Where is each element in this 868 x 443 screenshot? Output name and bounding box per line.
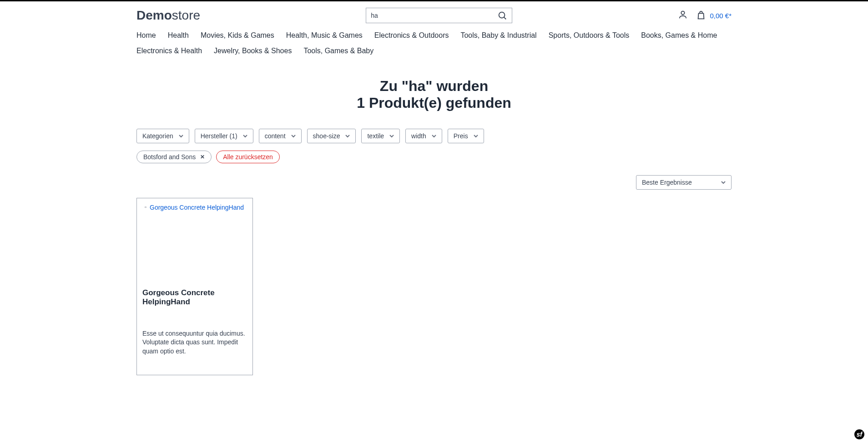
filter-button[interactable]: shoe-size xyxy=(307,129,356,143)
reset-filters-button[interactable]: Alle zurücksetzen xyxy=(216,151,280,163)
filter-button[interactable]: textile xyxy=(361,129,400,143)
nav-item: Tools, Baby & Industrial xyxy=(460,31,536,40)
nav-link[interactable]: Movies, Kids & Games xyxy=(201,31,274,39)
bag-icon xyxy=(696,10,706,20)
filter-label: content xyxy=(265,132,286,140)
chevron-down-icon xyxy=(345,134,350,138)
logo-bold: Demo xyxy=(136,8,172,22)
nav-link[interactable]: Health, Music & Games xyxy=(286,31,363,39)
search-input[interactable] xyxy=(371,12,497,19)
chevron-down-icon xyxy=(474,134,478,138)
logo-light: store xyxy=(172,8,200,22)
nav-link[interactable]: Tools, Baby & Industrial xyxy=(460,31,536,39)
filter-button[interactable]: content xyxy=(259,129,302,143)
nav-item: Books, Games & Home xyxy=(641,31,717,40)
header: Demostore 0,00 €* xyxy=(136,1,732,30)
nav-link[interactable]: Home xyxy=(136,31,156,39)
filter-label: shoe-size xyxy=(313,132,340,140)
nav-item: Sports, Outdoors & Tools xyxy=(549,31,630,40)
nav-link[interactable]: Jewelry, Books & Shoes xyxy=(214,47,292,55)
user-icon xyxy=(678,10,688,20)
nav-item: Jewelry, Books & Shoes xyxy=(214,47,292,55)
cart-link[interactable]: 0,00 €* xyxy=(696,10,732,20)
title-line-1: Zu "ha" wurden xyxy=(380,78,488,94)
filter-button[interactable]: Kategorien xyxy=(136,129,189,143)
nav-item: Electronics & Health xyxy=(136,47,202,55)
main-nav: HomeHealthMovies, Kids & GamesHealth, Mu… xyxy=(136,30,732,63)
filter-label: Hersteller (1) xyxy=(201,132,237,140)
filter-label: textile xyxy=(367,132,384,140)
product-title: Gorgeous Concrete HelpingHand xyxy=(142,288,247,329)
product-grid: ▫ Gorgeous Concrete HelpingHand Gorgeous… xyxy=(136,198,732,376)
svg-point-2 xyxy=(681,11,685,15)
search-button[interactable] xyxy=(497,10,507,20)
chevron-down-icon xyxy=(179,134,183,138)
filter-button[interactable]: Preis xyxy=(448,129,484,143)
nav-item: Home xyxy=(136,31,156,40)
nav-link[interactable]: Tools, Games & Baby xyxy=(303,47,373,55)
filter-label: Kategorien xyxy=(142,132,173,140)
nav-link[interactable]: Books, Games & Home xyxy=(641,31,717,39)
nav-link[interactable]: Electronics & Health xyxy=(136,47,202,55)
nav-item: Health xyxy=(168,31,189,40)
broken-image-icon: ▫ xyxy=(142,204,149,210)
search-box xyxy=(366,8,512,23)
nav-item: Electronics & Outdoors xyxy=(374,31,449,40)
nav-link[interactable]: Sports, Outdoors & Tools xyxy=(549,31,630,39)
product-image: ▫ Gorgeous Concrete HelpingHand xyxy=(142,204,247,288)
svg-point-0 xyxy=(499,12,505,18)
nav-item: Movies, Kids & Games xyxy=(201,31,274,40)
cart-total: 0,00 €* xyxy=(710,12,732,20)
nav-link[interactable]: Electronics & Outdoors xyxy=(374,31,449,39)
sort-select[interactable]: Beste Ergebnisse xyxy=(636,175,732,190)
filter-button[interactable]: Hersteller (1) xyxy=(195,129,253,143)
chevron-down-icon xyxy=(432,134,436,138)
close-icon[interactable]: ✕ xyxy=(200,154,205,160)
product-card[interactable]: ▫ Gorgeous Concrete HelpingHand Gorgeous… xyxy=(136,198,253,376)
image-alt-text: Gorgeous Concrete HelpingHand xyxy=(150,204,244,211)
filter-label: width xyxy=(411,132,426,140)
chevron-down-icon xyxy=(243,134,247,138)
page-title: Zu "ha" wurden 1 Produkt(e) gefunden xyxy=(136,63,732,121)
nav-link[interactable]: Health xyxy=(168,31,189,39)
nav-item: Health, Music & Games xyxy=(286,31,363,40)
sort-row: Beste Ergebnisse xyxy=(136,171,732,198)
product-description: Esse ut consequuntur quia ducimus. Volup… xyxy=(142,329,247,370)
filter-button[interactable]: width xyxy=(405,129,442,143)
title-line-2: 1 Produkt(e) gefunden xyxy=(357,95,511,111)
sort-selected: Beste Ergebnisse xyxy=(642,179,692,186)
account-link[interactable] xyxy=(678,10,688,21)
filter-chip[interactable]: Botsford and Sons ✕ xyxy=(136,151,212,163)
logo[interactable]: Demostore xyxy=(136,8,200,23)
search-icon xyxy=(497,10,507,20)
svg-line-1 xyxy=(504,17,506,20)
chip-label: Botsford and Sons xyxy=(143,153,196,161)
filter-label: Preis xyxy=(454,132,468,140)
filters-row: KategorienHersteller (1)contentshoe-size… xyxy=(136,121,732,149)
chevron-down-icon xyxy=(291,134,296,138)
chevron-down-icon xyxy=(721,180,726,185)
nav-item: Tools, Games & Baby xyxy=(303,47,373,55)
chevron-down-icon xyxy=(389,134,394,138)
active-filters: Botsford and Sons ✕ Alle zurücksetzen xyxy=(136,149,732,171)
